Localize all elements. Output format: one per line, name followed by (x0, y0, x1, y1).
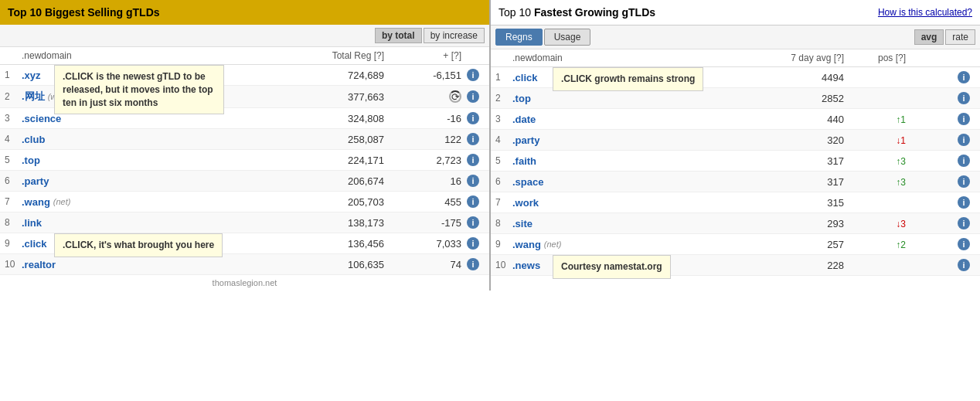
domain-name[interactable]: .space (512, 176, 543, 188)
domain-cell: .site (512, 218, 759, 229)
col-pos-header: pos [?] (844, 53, 906, 63)
info-icon[interactable]: i (958, 196, 970, 209)
col-domain-header: .newdomain (22, 50, 291, 61)
info-icon[interactable]: i (467, 195, 479, 208)
total-value: 324,808 (291, 113, 384, 124)
domain-cell: .link (22, 217, 291, 229)
pos-cell: ↓3 (844, 218, 906, 229)
left-table-row: 4 .club 258,087 122 i (0, 129, 489, 150)
domain-cell: .top (512, 93, 759, 104)
info-cell: i (952, 134, 975, 146)
sort-avg-button[interactable]: avg (914, 29, 944, 45)
domain-name[interactable]: .faith (512, 155, 536, 167)
domain-name[interactable]: .top (22, 155, 40, 166)
domain-name[interactable]: .wang (22, 196, 50, 208)
domain-name[interactable]: .网址 (22, 90, 45, 104)
plus-cell: 122 (384, 134, 461, 145)
pos-value: ↓3 (896, 219, 906, 229)
sort-by-total-button[interactable]: by total (375, 28, 422, 43)
info-icon[interactable]: i (958, 155, 970, 167)
rank-number: 9 (495, 239, 512, 250)
domain-cell: .party (512, 134, 759, 146)
avg-value: 320 (759, 134, 844, 146)
total-value: 136,456 (291, 238, 384, 250)
info-icon[interactable]: i (467, 112, 479, 124)
col-rank-r-header (495, 53, 512, 63)
domain-cell: .faith (512, 155, 759, 167)
domain-name[interactable]: .realtor (22, 259, 56, 270)
domain-name[interactable]: .xyz (22, 70, 41, 81)
right-table-row: 1 .click .CLICK growth remains strong 44… (491, 67, 980, 88)
right-col-headers: .newdomain 7 day avg [?] pos [?] (491, 49, 980, 67)
domain-cell: .date (512, 114, 759, 125)
info-cell: i (952, 71, 975, 83)
domain-name[interactable]: .party (512, 134, 539, 146)
total-value: 106,635 (291, 259, 384, 270)
domain-name[interactable]: .work (512, 197, 539, 209)
domain-name[interactable]: .club (22, 134, 45, 145)
domain-name[interactable]: .click (512, 72, 538, 83)
info-icon[interactable]: i (958, 134, 970, 146)
sort-by-increase-button[interactable]: by increase (424, 28, 485, 43)
info-icon[interactable]: i (467, 175, 479, 187)
info-cell: i (952, 113, 975, 125)
info-icon[interactable]: i (467, 133, 479, 145)
info-icon[interactable]: i (467, 258, 479, 270)
left-header-text: Top 10 Biggest Selling gTLDs (8, 6, 160, 19)
domain-cell: .club (22, 134, 291, 145)
plus-value: -16 (447, 113, 461, 124)
domain-name[interactable]: .news (512, 260, 540, 271)
info-cell: i (461, 175, 485, 187)
domain-name[interactable]: .top (512, 93, 531, 104)
info-icon[interactable]: i (958, 92, 970, 104)
plus-cell: 7,033 (384, 238, 461, 250)
domain-name[interactable]: .site (512, 218, 533, 229)
info-icon[interactable]: i (467, 154, 479, 166)
pos-value: ↑2 (896, 240, 906, 250)
info-icon[interactable]: i (467, 90, 479, 103)
domain-name[interactable]: .date (512, 114, 536, 125)
info-icon[interactable]: i (958, 71, 970, 83)
tab-regns[interactable]: Regns (495, 29, 543, 46)
plus-cell: -175 (384, 217, 461, 229)
info-cell: i (461, 237, 485, 250)
info-icon[interactable]: i (467, 237, 479, 250)
plus-value: -6,151 (433, 70, 461, 81)
info-icon[interactable]: i (467, 69, 479, 81)
col-plus-header: + [?] (384, 50, 461, 61)
rank-number: 6 (5, 175, 22, 186)
avg-value: 440 (759, 114, 844, 125)
plus-value: 455 (444, 196, 461, 208)
sort-rate-button[interactable]: rate (945, 29, 975, 45)
pos-cell: ↑3 (844, 155, 906, 167)
domain-name[interactable]: .click (22, 238, 47, 250)
total-value: 377,663 (291, 91, 384, 103)
tab-usage[interactable]: Usage (544, 29, 591, 46)
info-cell: i (952, 259, 975, 271)
plus-value: 16 (451, 175, 461, 187)
rank-number: 10 (495, 260, 512, 270)
col-info-header (461, 50, 485, 61)
right-table-row: 6 .space 317 ↑3 i (491, 172, 980, 192)
domain-cell: .realtor (22, 259, 291, 270)
domain-name[interactable]: .link (22, 217, 42, 229)
info-icon[interactable]: i (958, 238, 970, 250)
total-value: 258,087 (291, 134, 384, 145)
left-table-row: 7 .wang (net) 205,703 455 i (0, 192, 489, 212)
avg-value: 228 (759, 260, 844, 271)
domain-name[interactable]: .wang (512, 239, 541, 250)
domain-name[interactable]: .party (22, 175, 49, 187)
info-icon[interactable]: i (958, 259, 970, 271)
right-table-row: 5 .faith 317 ↑3 i (491, 151, 980, 172)
info-icon[interactable]: i (958, 217, 970, 229)
info-icon[interactable]: i (467, 216, 479, 229)
info-icon[interactable]: i (958, 113, 970, 125)
info-icon[interactable]: i (958, 175, 970, 188)
left-sort-bar: by total by increase (0, 25, 489, 47)
right-sort-buttons: avg rate (914, 29, 975, 45)
tooltip-box: .CLICK is the newest gTLD to be released… (54, 65, 224, 114)
total-value: 724,689 (291, 70, 384, 81)
info-cell: i (952, 238, 975, 250)
rank-number: 2 (5, 91, 22, 102)
how-calculated-link[interactable]: How is this calculated? (878, 7, 972, 18)
